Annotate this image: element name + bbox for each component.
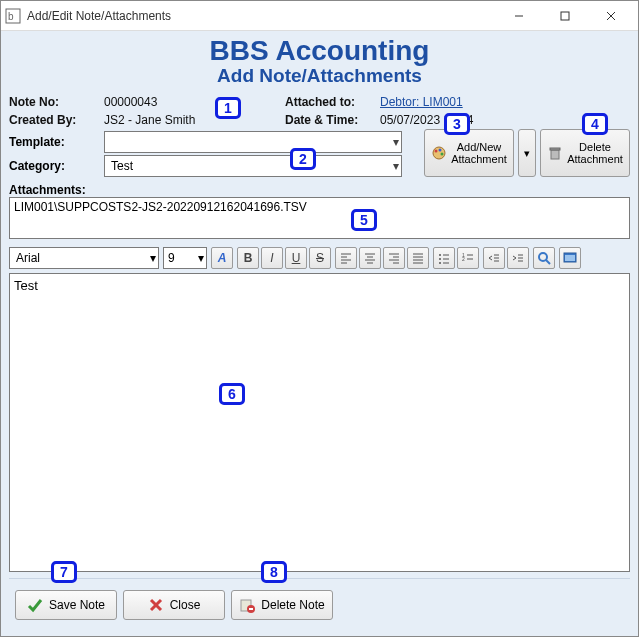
editor-toolbar: Arial ▾ 9 ▾ A B I U S 12 bbox=[9, 245, 630, 271]
svg-point-44 bbox=[539, 253, 547, 261]
close-label: Close bbox=[170, 598, 201, 612]
justify-button[interactable] bbox=[407, 247, 429, 269]
svg-rect-10 bbox=[551, 150, 559, 159]
number-list-button[interactable]: 12 bbox=[457, 247, 479, 269]
align-center-button[interactable] bbox=[359, 247, 381, 269]
delete-note-label: Delete Note bbox=[261, 598, 324, 612]
trash-icon bbox=[547, 145, 563, 161]
category-label: Category: bbox=[9, 159, 104, 173]
font-size-combo[interactable]: 9 ▾ bbox=[163, 247, 207, 269]
svg-rect-3 bbox=[561, 12, 569, 20]
svg-point-32 bbox=[439, 262, 441, 264]
category-value: Test bbox=[111, 159, 133, 173]
close-window-button[interactable] bbox=[588, 2, 634, 30]
footer: Save Note Close Delete Note bbox=[9, 578, 630, 628]
chevron-down-icon: ▾ bbox=[150, 251, 156, 265]
callout-8: 8 bbox=[261, 561, 287, 583]
chevron-down-icon: ▾ bbox=[393, 159, 399, 173]
font-color-button[interactable]: A bbox=[211, 247, 233, 269]
page-heading: Add Note/Attachments bbox=[9, 65, 630, 87]
strike-button[interactable]: S bbox=[309, 247, 331, 269]
delete-note-button[interactable]: Delete Note bbox=[231, 590, 333, 620]
attached-to-link[interactable]: Debtor: LIM001 bbox=[380, 95, 463, 109]
attachments-list[interactable] bbox=[9, 197, 630, 239]
add-attachment-label: Add/New Attachment bbox=[451, 141, 507, 165]
fullscreen-button[interactable] bbox=[559, 247, 581, 269]
palette-icon bbox=[431, 145, 447, 161]
delete-attachment-button[interactable]: Delete Attachment bbox=[540, 129, 630, 177]
chevron-down-icon: ▾ bbox=[198, 251, 204, 265]
close-icon bbox=[148, 597, 164, 613]
svg-text:b: b bbox=[8, 11, 14, 22]
font-size-value: 9 bbox=[168, 251, 175, 265]
callout-7: 7 bbox=[51, 561, 77, 583]
delete-attachment-label: Delete Attachment bbox=[567, 141, 623, 165]
note-no-label: Note No: bbox=[9, 95, 104, 109]
align-right-button[interactable] bbox=[383, 247, 405, 269]
callout-2: 2 bbox=[290, 148, 316, 170]
align-left-button[interactable] bbox=[335, 247, 357, 269]
indent-button[interactable] bbox=[507, 247, 529, 269]
template-label: Template: bbox=[9, 135, 104, 149]
add-attachment-button[interactable]: Add/New Attachment bbox=[424, 129, 514, 177]
callout-5: 5 bbox=[351, 209, 377, 231]
svg-point-9 bbox=[441, 153, 444, 156]
content: BBS Accounting Add Note/Attachments Note… bbox=[1, 31, 638, 636]
svg-line-45 bbox=[546, 260, 550, 264]
svg-point-30 bbox=[439, 258, 441, 260]
svg-rect-11 bbox=[550, 148, 560, 150]
attachments-label: Attachments: bbox=[9, 183, 630, 197]
add-attachment-dropdown[interactable]: ▾ bbox=[518, 129, 536, 177]
svg-rect-47 bbox=[565, 255, 575, 261]
save-note-button[interactable]: Save Note bbox=[15, 590, 117, 620]
window-title: Add/Edit Note/Attachments bbox=[27, 9, 496, 23]
created-by-label: Created By: bbox=[9, 113, 104, 127]
bold-button[interactable]: B bbox=[237, 247, 259, 269]
svg-text:2: 2 bbox=[462, 256, 465, 262]
font-value: Arial bbox=[16, 251, 40, 265]
callout-6: 6 bbox=[219, 383, 245, 405]
outdent-button[interactable] bbox=[483, 247, 505, 269]
callout-1: 1 bbox=[215, 97, 241, 119]
font-combo[interactable]: Arial ▾ bbox=[9, 247, 159, 269]
svg-point-7 bbox=[435, 150, 438, 153]
attached-to-label: Attached to: bbox=[285, 95, 380, 109]
svg-point-6 bbox=[433, 147, 445, 159]
titlebar: b Add/Edit Note/Attachments bbox=[1, 1, 638, 31]
chevron-down-icon: ▾ bbox=[524, 147, 530, 159]
chevron-down-icon: ▾ bbox=[393, 135, 399, 149]
window: b Add/Edit Note/Attachments BBS Accounti… bbox=[0, 0, 639, 637]
bullet-list-button[interactable] bbox=[433, 247, 455, 269]
app-icon: b bbox=[5, 8, 21, 24]
underline-button[interactable]: U bbox=[285, 247, 307, 269]
close-button[interactable]: Close bbox=[123, 590, 225, 620]
svg-point-8 bbox=[439, 149, 442, 152]
check-icon bbox=[27, 597, 43, 613]
note-textarea[interactable] bbox=[9, 273, 630, 572]
maximize-button[interactable] bbox=[542, 2, 588, 30]
delete-note-icon bbox=[239, 597, 255, 613]
svg-point-28 bbox=[439, 254, 441, 256]
italic-button[interactable]: I bbox=[261, 247, 283, 269]
app-heading: BBS Accounting bbox=[9, 37, 630, 65]
template-combo[interactable]: ▾ bbox=[104, 131, 402, 153]
callout-4: 4 bbox=[582, 113, 608, 135]
datetime-label: Date & Time: bbox=[285, 113, 380, 127]
save-note-label: Save Note bbox=[49, 598, 105, 612]
callout-3: 3 bbox=[444, 113, 470, 135]
preview-button[interactable] bbox=[533, 247, 555, 269]
category-combo[interactable]: Test ▾ bbox=[104, 155, 402, 177]
minimize-button[interactable] bbox=[496, 2, 542, 30]
